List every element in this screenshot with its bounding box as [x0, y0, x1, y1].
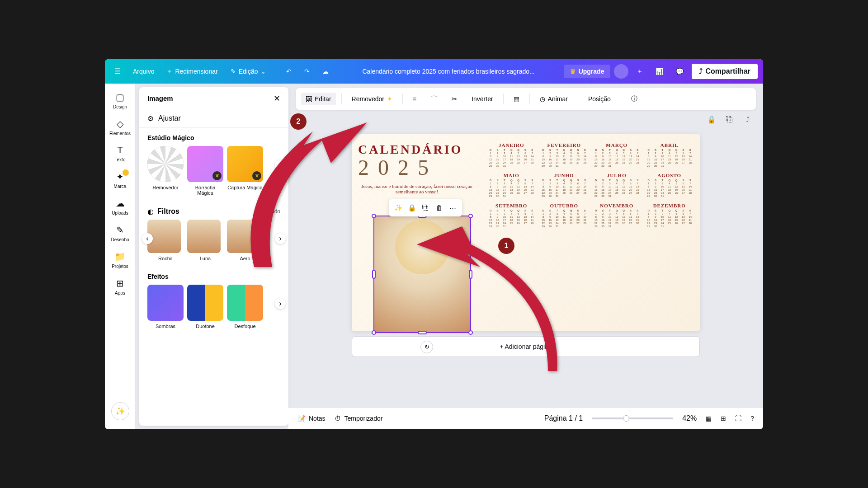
flip-button[interactable]: Inverter [467, 93, 497, 105]
context-toolbar: 🖼 Editar Removedor ✦ ≡ ⌒ ✂ Inverter ▦ ◷ … [296, 88, 756, 110]
scroll-right-icon[interactable]: › [275, 160, 286, 170]
sidebar-draw[interactable]: ✎Desenho [105, 221, 135, 246]
selected-image[interactable] [373, 216, 471, 333]
filter-aero[interactable]: Aero [227, 220, 263, 261]
lock-icon[interactable]: 🔒 [406, 202, 418, 214]
fullscreen-icon[interactable]: ⛶ [735, 415, 741, 422]
user-avatar[interactable] [614, 64, 628, 79]
more-icon[interactable]: ⋯ [447, 202, 458, 214]
sidebar-apps[interactable]: ⊞Apps [105, 274, 135, 299]
analytics-icon[interactable]: 📊 [651, 65, 668, 78]
effects-heading: Efeitos [139, 267, 288, 285]
filters-heading: Filtros [157, 207, 179, 216]
scroll-right-icon[interactable]: › [275, 233, 286, 244]
sidebar-projects[interactable]: 📁Projetos [105, 248, 135, 272]
element-toolbar: ✨ 🔒 ⿻ 🗑 ⋯ [389, 199, 462, 216]
panel-title: Imagem [147, 94, 173, 102]
adjust-button[interactable]: ⚙Ajustar [139, 110, 288, 128]
position-button[interactable]: Posição [584, 93, 615, 105]
zoom-slider[interactable] [592, 418, 673, 419]
effect-blur[interactable]: Desfoque [227, 285, 263, 329]
resize-handle[interactable] [372, 270, 376, 279]
canvas-area: 🖼 Editar Removedor ✦ ≡ ⌒ ✂ Inverter ▦ ◷ … [288, 84, 763, 429]
sliders-icon: ⚙ [147, 114, 154, 123]
months-grid: JANEIRODSTQQSS12345678910111213141516171… [487, 142, 693, 228]
document-title[interactable]: Calendário completo 2025 com feriados br… [337, 68, 560, 75]
resize-button[interactable]: ✦Redimensionar [162, 65, 222, 78]
magic-remover[interactable]: ♛Removedor [147, 146, 184, 196]
resize-handle[interactable] [468, 214, 473, 218]
transparency-icon[interactable]: ▦ [509, 93, 524, 105]
comment-icon[interactable]: 💬 [671, 65, 688, 78]
info-icon[interactable]: ⓘ [627, 92, 642, 106]
cloud-sync-icon[interactable]: ☁ [318, 65, 333, 78]
add-button[interactable]: ＋ [632, 65, 647, 78]
edit-menu[interactable]: ✎ Edição ⌄ [226, 65, 271, 78]
resize-handle[interactable] [372, 330, 376, 335]
magic-grab[interactable]: ♛Captura Mágica [227, 146, 263, 196]
timer-button[interactable]: ⏱ Temporizador [335, 415, 383, 422]
scroll-right-icon[interactable]: › [275, 298, 286, 309]
effect-duotone[interactable]: Duotone [187, 285, 223, 329]
export-icon[interactable]: ⤴ [741, 113, 754, 126]
crop-icon[interactable]: ✂ [447, 93, 462, 105]
sidebar-elements[interactable]: ◇Elementos [105, 115, 135, 140]
filter-rocha[interactable]: Rocha [147, 220, 184, 261]
notes-button[interactable]: 📝 Notas [297, 415, 326, 422]
magic-studio-row: ♛Removedor ♛Borracha Mágica ♛Captura Mág… [139, 146, 288, 201]
redo-button[interactable]: ↷ [300, 65, 314, 78]
copy-icon[interactable]: ⿻ [420, 202, 431, 214]
annotation-marker-1: 1 [498, 238, 514, 254]
sidebar-brand[interactable]: ✦Marca [105, 168, 135, 192]
view-thumbs-icon[interactable]: ⊞ [721, 415, 726, 422]
page-indicator: Página 1 / 1 [544, 414, 583, 422]
add-page-button[interactable]: + Adicionar página [352, 336, 700, 357]
tool-rail: ▢Design ◇Elementos TTexto ✦Marca ☁Upload… [105, 84, 136, 429]
effect-shadows[interactable]: Sombras [147, 285, 184, 329]
duplicate-page-icon[interactable]: ⿻ [723, 113, 736, 126]
lock-icon[interactable]: 🔒 [705, 113, 718, 126]
delete-icon[interactable]: 🗑 [433, 202, 445, 214]
sidebar-design[interactable]: ▢Design [105, 88, 135, 113]
footer-bar: 📝 Notas ⏱ Temporizador Página 1 / 1 42% … [288, 408, 763, 429]
view-grid-icon[interactable]: ▦ [706, 415, 712, 422]
sidebar-uploads[interactable]: ☁Uploads [105, 194, 135, 219]
sidebar-text[interactable]: TTexto [105, 141, 135, 166]
zoom-value: 42% [682, 414, 697, 422]
share-button[interactable]: ⤴ Compartilhar [692, 64, 758, 79]
top-bar: ☰ Arquivo ✦Redimensionar ✎ Edição ⌄ ↶ ↷ … [105, 59, 763, 84]
animate-button[interactable]: ◷ Animar [535, 93, 572, 105]
ai-icon[interactable]: ✨ [392, 202, 404, 214]
file-menu[interactable]: Arquivo [128, 65, 159, 78]
assistant-button[interactable]: ✨ [111, 402, 129, 420]
resize-handle[interactable] [468, 330, 473, 335]
filter-luna[interactable]: Luna [187, 220, 223, 261]
resize-handle[interactable] [469, 270, 472, 279]
resize-handle[interactable] [418, 331, 427, 334]
bg-remover-button[interactable]: Removedor ✦ [347, 93, 397, 105]
magic-eraser[interactable]: ♛Borracha Mágica [187, 146, 223, 196]
annotation-marker-2: 2 [290, 113, 307, 130]
undo-button[interactable]: ↶ [282, 65, 296, 78]
see-all-filters[interactable]: Ver tudo [260, 208, 280, 215]
edit-image-button[interactable]: 🖼 Editar [301, 93, 336, 105]
scroll-left-icon[interactable]: ‹ [142, 233, 153, 244]
upgrade-button[interactable]: ♛Upgrade [564, 65, 611, 78]
magic-studio-heading: Estúdio Mágico [139, 128, 288, 146]
corner-icon[interactable]: ⌒ [426, 92, 442, 106]
effects-row: Sombras Duotone Desfoque › [139, 285, 288, 334]
close-panel-button[interactable]: ✕ [274, 94, 280, 103]
sync-icon[interactable]: ↻ [420, 341, 433, 353]
filters-row: ‹ Rocha Luna Aero › [139, 220, 288, 267]
resize-handle[interactable] [372, 214, 376, 218]
menu-icon[interactable]: ☰ [110, 64, 125, 79]
help-icon[interactable]: ? [750, 415, 754, 422]
canvas-page[interactable]: CALENDÁRIO 2025 Jesus, manso e humilde d… [352, 134, 700, 331]
calendar-verse: Jesus, manso e humilde de coração, fazei… [358, 183, 476, 194]
filters-icon: ◐ [147, 207, 154, 216]
align-icon[interactable]: ≡ [408, 93, 421, 105]
image-panel: Imagem ✕ ⚙Ajustar Estúdio Mágico ♛Remove… [139, 87, 288, 426]
